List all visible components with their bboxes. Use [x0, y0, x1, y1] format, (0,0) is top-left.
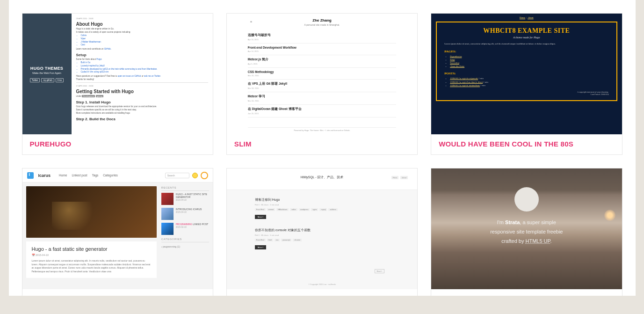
- post-text: Have questions or suggestions? Feel free…: [76, 75, 208, 77]
- post-text: Thanks for reading!: [76, 78, 208, 80]
- fact-item: Built in Go: [81, 61, 208, 65]
- sidebar-tagline: Make the Web Fun Again: [32, 72, 61, 74]
- post-title: 你所不知道的 console 对象的五个函数: [255, 228, 389, 233]
- recent-item: PROGRAMMING LINKED POST2015-02-10: [176, 223, 208, 235]
- site-name: Zhe Zhang: [248, 18, 396, 22]
- sun-icon: [604, 210, 615, 221]
- avatar-icon: [201, 172, 208, 179]
- logo-icon: [27, 172, 34, 179]
- fact-item: Coded in Vim using spf13-vim: [81, 71, 208, 74]
- page-link: Dependencies: [450, 55, 462, 58]
- post-link: Meteor 学习: [248, 95, 396, 99]
- footer-text: Powered by Hugo. The theme: Slim · © zhe…: [248, 127, 396, 131]
- post-tags: Front EndemmetHMarkdowneditorwordpressng…: [255, 208, 389, 211]
- post-title: Getting Started with Hugo: [76, 89, 208, 94]
- site-title: HiMySQL - 设计、产品、技术: [227, 175, 417, 180]
- top-nav: Home|About: [436, 16, 617, 19]
- post-text: Lorem ipsum dolor sit amet, consectetur …: [32, 259, 151, 273]
- post-tags: Front Endhtmlcssjavascriptchrome: [255, 239, 389, 241]
- theme-thumbnail: HiMySQL - 设计、产品、技术 Hexoabout 博客迁移到 Hugo …: [227, 168, 417, 289]
- post-title: Hugo - a fast static site generator: [32, 246, 151, 252]
- page-link: Screenshot: [450, 62, 459, 64]
- recent-item: INTRODUCING ICARUS2015-04-10: [176, 208, 202, 220]
- theme-card-purehugo[interactable]: HUGO THEMES Make the Web Fun Again Twitt…: [22, 13, 213, 155]
- footer-text: A copyright statement of your choosing. …: [444, 91, 608, 95]
- theme-thumbnail: I'm Strata, a super simple responsive si…: [431, 168, 622, 289]
- thumb-icon: [161, 208, 174, 220]
- sidebar-link: li rss: [56, 78, 64, 82]
- search-icon: [192, 173, 198, 178]
- theme-thumbnail: ≡ Zhe Zhang A personal site made in Shan…: [227, 14, 417, 134]
- sidebar-link: Twitter: [30, 78, 40, 82]
- sidebar-heading: CATEGORIES: [161, 238, 209, 242]
- post-list: 连接号与破折号Apr 16, 2015 Front-end Developmen…: [248, 31, 396, 117]
- theme-card-slim[interactable]: ≡ Zhe Zhang A personal site made in Shan…: [226, 13, 418, 155]
- page-link: Setup: [450, 58, 455, 61]
- theme-thumbnail: Icarus Home Linked post Tags Categories …: [22, 168, 213, 289]
- category-item: ‹ programming (1): [161, 244, 209, 249]
- theme-card-icarus[interactable]: Icarus Home Linked post Tags Categories …: [22, 168, 213, 296]
- post-text: Some fun facts about Hugo:: [76, 58, 208, 60]
- post-meta: Feb 1 · 66 chars · 1 min read: [255, 234, 389, 236]
- section-heading: PAGES:: [444, 50, 608, 53]
- page-link: About this theme: [450, 65, 464, 67]
- post-link: CSS Methodology: [248, 70, 396, 73]
- hero-image: [26, 186, 157, 238]
- fact-item: Loosely inspired by Jekyll: [81, 65, 208, 68]
- post-text: It makes use of a variety of open source…: [76, 31, 208, 33]
- recent-item: HUGO - A FAST STATIC SITE GENERATOR2015-…: [176, 193, 209, 205]
- lib-link: Viper: [81, 37, 208, 41]
- brand-name: Icarus: [38, 173, 51, 178]
- post-meta: Feb 1 · 66 chars · 1 min read: [255, 204, 389, 206]
- post-link: 19390203 Au sujet du crépuscule 1 min: [450, 77, 608, 80]
- sidebar-heading: RECENTS: [161, 186, 209, 191]
- thumb-icon: [161, 193, 174, 205]
- theme-name: WOULD HAVE BEEN COOL IN THE 80S: [431, 134, 622, 154]
- search-input: Search: [165, 173, 189, 178]
- post-date: 20 APR 2015 · 20:30: [76, 17, 208, 20]
- theme-thumbnail: HUGO THEMES Make the Web Fun Again Twitt…: [22, 14, 213, 134]
- site-tagline: A theme made for Hugo: [444, 36, 608, 39]
- post-tags: under Developmentgolang: [76, 95, 208, 97]
- fact-item: Primarily developed by spf13 on the trai…: [81, 68, 208, 71]
- post-link: 连接号与破折号: [248, 33, 396, 37]
- theme-card-80s[interactable]: Home|About WHBCIT8 EXAMPLE SITE A theme …: [431, 13, 622, 155]
- top-nav: Home Linked post Tags Categories: [59, 174, 118, 177]
- theme-grid: HUGO THEMES Make the Web Fun Again Twitt…: [22, 13, 622, 296]
- hero-text: I'm Strata, a super simple responsive si…: [431, 212, 622, 246]
- post-date: 📅 2015-04-10: [32, 254, 151, 256]
- post-date: 17 APR 2015 · 20:30: [76, 85, 208, 87]
- site-tagline: A personal site made in Shanghai.: [248, 23, 396, 26]
- post-heading: Setup: [76, 53, 208, 57]
- lib-link: J Walter Weatherman: [81, 41, 208, 44]
- post-link: 19390201 Au sujet de minimalisme 1 min: [450, 84, 608, 87]
- theme-name: ICARUS: [22, 289, 213, 296]
- pager-next: Next »: [375, 269, 385, 273]
- post-text: Hugo is a static site engine written in …: [76, 28, 208, 30]
- sidebar-title: HUGO THEMES: [30, 66, 63, 71]
- theme-thumbnail: Home|About WHBCIT8 EXAMPLE SITE A theme …: [431, 14, 622, 134]
- intro-text: Lorem ipsum dolor sit amet, consectetur …: [444, 43, 608, 46]
- more-button: More »: [255, 245, 266, 249]
- sidebar-link: my github: [41, 78, 54, 82]
- theme-name: NEXT: [227, 289, 417, 296]
- theme-name: STRATA: [431, 289, 622, 296]
- post-text: More complete instructions are available…: [76, 112, 208, 114]
- theme-name: SLIM: [227, 134, 417, 154]
- post-step: Step 1. Install Hugo: [76, 100, 208, 104]
- site-title: WHBCIT8 EXAMPLE SITE: [444, 27, 608, 35]
- theme-card-next[interactable]: HiMySQL - 设计、产品、技术 Hexoabout 博客迁移到 Hugo …: [226, 168, 418, 296]
- theme-card-strata[interactable]: I'm Strata, a super simple responsive si…: [431, 168, 622, 296]
- lib-link: Cast: [81, 44, 208, 47]
- post-title: 博客迁移到 Hugo: [255, 197, 389, 202]
- post-link: Front-end Development Workflow: [248, 46, 396, 49]
- section-heading: POSTS:: [444, 72, 608, 75]
- more-button: More »: [255, 215, 266, 219]
- post-link: 在 VPS 上用 Git 部署 Jekyll: [248, 82, 396, 86]
- post-text: Save it somewhere specific as we will be…: [76, 109, 208, 111]
- post-link: 19390202 Au sujet d'eau dans le désert 1…: [450, 80, 608, 84]
- theme-name: PUREHUGO: [22, 134, 213, 154]
- post-link: Meteor.js 简介: [248, 58, 396, 62]
- post-text: Learn more and contribute on GitHub.: [76, 48, 208, 50]
- lib-link: Cobra: [81, 34, 208, 37]
